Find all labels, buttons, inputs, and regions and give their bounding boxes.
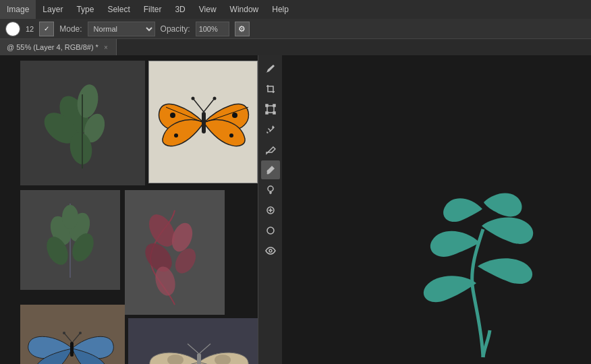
eyedropper-tool-button[interactable] (261, 120, 280, 139)
canvas-image-butterfly (148, 61, 258, 183)
opacity-input[interactable] (196, 22, 229, 36)
menu-help[interactable]: Help (265, 0, 296, 19)
menu-type[interactable]: Type (69, 0, 101, 19)
svg-point-22 (174, 133, 178, 138)
svg-point-5 (266, 173, 269, 175)
svg-rect-3 (266, 112, 268, 114)
transform-tool-button[interactable] (261, 100, 280, 119)
menu-layer[interactable]: Layer (36, 0, 69, 19)
brush-size-value: 12 (26, 25, 34, 33)
settings-icon[interactable]: ⚙ (235, 22, 250, 36)
svg-rect-43 (70, 342, 74, 357)
clone-tool-button[interactable] (261, 181, 280, 200)
menu-window[interactable]: Window (223, 0, 266, 19)
plant-decoration (389, 162, 578, 364)
menu-view[interactable]: View (192, 0, 223, 19)
svg-rect-24 (202, 112, 206, 133)
brush-mode-icon[interactable]: ✓ (39, 22, 54, 36)
svg-rect-36 (125, 190, 225, 315)
canvas-image-leaves (20, 190, 120, 290)
tools-panel (258, 55, 282, 364)
svg-point-47 (79, 332, 82, 334)
svg-point-6 (268, 186, 273, 191)
brush-preview[interactable] (5, 22, 20, 36)
svg-point-21 (232, 113, 237, 118)
tab-close-button[interactable]: × (103, 43, 109, 52)
eye-tool-button[interactable] (261, 241, 280, 260)
menu-image[interactable]: Image (0, 0, 36, 19)
mode-select[interactable]: Normal Dissolve Multiply Screen Overlay (88, 22, 155, 36)
brush-tool-button[interactable] (261, 160, 280, 179)
svg-point-27 (192, 97, 195, 100)
canvas-area (0, 55, 591, 364)
options-bar: 12 ✓ Mode: Normal Dissolve Multiply Scre… (0, 19, 591, 39)
menu-filter[interactable]: Filter (137, 0, 169, 19)
menu-3d[interactable]: 3D (168, 0, 192, 19)
document-tab[interactable]: @ 55% (Layer 4, RGB/8#) * × (0, 39, 117, 55)
menu-select[interactable]: Select (101, 0, 136, 19)
canvas-image-blue-butterfly (20, 305, 125, 364)
canvas-image-red-leaves (125, 190, 225, 315)
svg-rect-4 (273, 112, 275, 114)
healing-tool-button[interactable] (261, 201, 280, 220)
svg-point-46 (63, 332, 65, 334)
tab-label: @ 55% (Layer 4, RGB/8#) * (7, 43, 98, 51)
opacity-label: Opacity: (161, 24, 190, 34)
svg-point-23 (229, 133, 233, 138)
svg-rect-1 (266, 104, 268, 107)
smudge-tool-button[interactable] (261, 221, 280, 240)
tab-bar: @ 55% (Layer 4, RGB/8#) * × (0, 39, 591, 55)
svg-point-28 (213, 97, 217, 100)
svg-rect-2 (273, 104, 275, 107)
eraser-tool-button[interactable] (261, 140, 280, 159)
svg-rect-51 (197, 353, 201, 364)
svg-point-35 (62, 205, 78, 229)
menu-bar: Image Layer Type Select Filter 3D View W… (0, 0, 591, 19)
canvas-image-plant-large (20, 61, 145, 185)
svg-point-9 (269, 249, 272, 252)
canvas-image-moth (128, 318, 270, 364)
mode-label: Mode: (59, 24, 82, 34)
pen-tool-button[interactable] (261, 59, 280, 78)
crop-tool-button[interactable] (261, 80, 280, 98)
svg-point-8 (267, 227, 274, 234)
svg-point-20 (170, 113, 175, 118)
